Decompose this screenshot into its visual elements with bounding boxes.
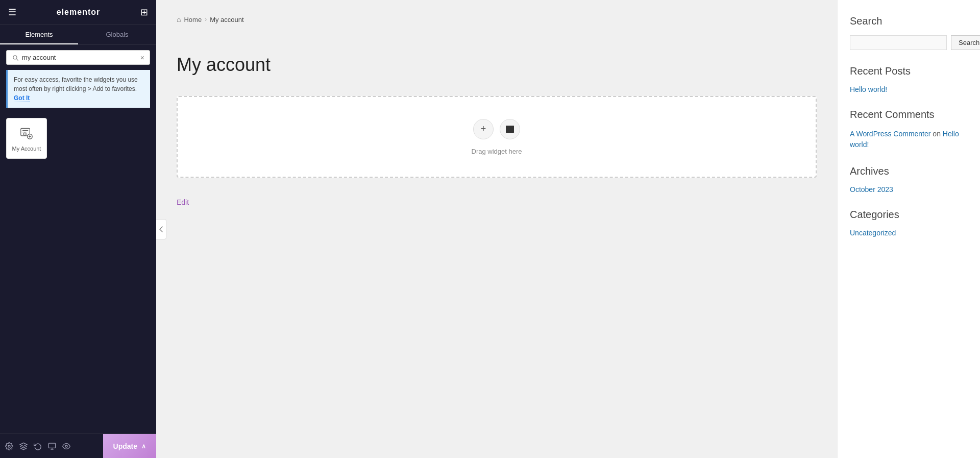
sidebar-search-title: Search	[850, 15, 968, 27]
main-content: ⌂ Home › My account My account + Drag wi…	[156, 0, 837, 458]
sidebar-archives-section: Archives October 2023	[850, 165, 968, 194]
home-icon: ⌂	[177, 15, 181, 23]
tip-text: For easy access, favorite the widgets yo…	[14, 76, 138, 92]
sidebar-search-section: Search Search	[850, 15, 968, 50]
search-box: ×	[6, 50, 150, 65]
sidebar-categories-title: Categories	[850, 209, 968, 221]
history-icon[interactable]	[34, 442, 42, 450]
add-template-button[interactable]	[500, 119, 520, 139]
my-account-widget-icon	[18, 125, 35, 141]
responsive-icon[interactable]	[48, 442, 56, 450]
widgets-grid: My Account	[0, 113, 156, 164]
tab-globals[interactable]: Globals	[78, 25, 156, 44]
bottom-icons	[0, 442, 103, 450]
sidebar-recent-comments-title: Recent Comments	[850, 109, 968, 120]
sidebar-categories-section: Categories Uncategorized	[850, 209, 968, 237]
breadcrumb-current: My account	[210, 16, 243, 23]
clear-search-button[interactable]: ×	[140, 54, 144, 61]
tab-elements[interactable]: Elements	[0, 25, 78, 44]
drop-zone-buttons: +	[473, 119, 520, 139]
my-account-widget-label: My Account	[12, 146, 41, 152]
left-panel: ☰ elementor ⊞ Elements Globals × For eas…	[0, 0, 156, 458]
sidebar-recent-comments-section: Recent Comments A WordPress Commenter on…	[850, 109, 968, 150]
recent-post-hello-world[interactable]: Hello world!	[850, 85, 968, 93]
settings-icon[interactable]	[5, 442, 13, 450]
update-chevron-icon: ∧	[141, 443, 146, 450]
breadcrumb-home-link[interactable]: Home	[184, 16, 202, 23]
elementor-logo: elementor	[57, 8, 100, 17]
breadcrumb-separator: ›	[205, 16, 207, 23]
search-input[interactable]	[22, 54, 140, 61]
collapse-panel-button[interactable]	[156, 219, 166, 239]
eye-icon[interactable]	[62, 442, 70, 450]
got-it-link[interactable]: Got It	[14, 94, 30, 102]
svg-marker-6	[20, 443, 27, 446]
tip-box: For easy access, favorite the widgets yo…	[6, 70, 150, 108]
edit-link[interactable]: Edit	[177, 198, 189, 206]
sidebar-search-input[interactable]	[850, 35, 947, 50]
add-widget-button[interactable]: +	[473, 119, 494, 139]
layers-icon[interactable]	[19, 442, 28, 450]
panel-search-area: ×	[0, 45, 156, 70]
right-sidebar: Search Search Recent Posts Hello world! …	[837, 0, 980, 458]
commenter-link[interactable]: A WordPress Commenter	[850, 130, 930, 138]
panel-tabs: Elements Globals	[0, 25, 156, 45]
sidebar-archives-title: Archives	[850, 165, 968, 177]
svg-point-5	[8, 445, 10, 447]
drop-zone-label: Drag widget here	[472, 148, 522, 155]
archive-october-2023[interactable]: October 2023	[850, 185, 968, 194]
my-account-widget-card[interactable]: My Account	[6, 118, 47, 159]
sidebar-recent-posts-title: Recent Posts	[850, 65, 968, 77]
update-button[interactable]: Update ∧	[103, 434, 156, 459]
grid-icon[interactable]: ⊞	[140, 7, 148, 18]
panel-header: ☰ elementor ⊞	[0, 0, 156, 25]
drop-zone[interactable]: + Drag widget here	[177, 96, 817, 178]
sidebar-comment-text: A WordPress Commenter on Hello world!	[850, 129, 968, 150]
sidebar-search-row: Search	[850, 35, 968, 50]
page-title: My account	[177, 54, 817, 76]
sidebar-search-button[interactable]: Search	[951, 35, 980, 50]
svg-rect-7	[48, 443, 55, 448]
category-uncategorized[interactable]: Uncategorized	[850, 229, 968, 237]
svg-rect-13	[506, 126, 514, 133]
breadcrumb: ⌂ Home › My account	[177, 15, 817, 23]
sidebar-recent-posts-section: Recent Posts Hello world!	[850, 65, 968, 93]
bottom-bar: Update ∧	[0, 433, 156, 458]
svg-point-4	[23, 133, 26, 135]
hamburger-icon[interactable]: ☰	[8, 7, 16, 18]
svg-point-10	[65, 445, 67, 447]
search-icon	[12, 54, 19, 61]
